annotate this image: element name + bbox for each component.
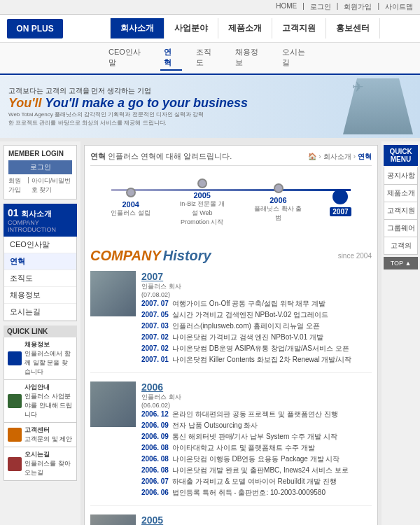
recruit-icon (8, 351, 22, 365)
quick-menu-support[interactable]: 고객지원 (384, 202, 418, 220)
list-item: 2006. 09통신 해외터넷 판매/기사 납부 System 수주 개발 시작 (141, 431, 372, 442)
sidebar-item-recruit[interactable]: 채용정보 (4, 287, 76, 304)
top-nav-sitemap[interactable]: 사이트맵 (385, 2, 413, 12)
hero-text: 고객보다는 고객의 고객을 먼저 생각하는 기업 You'll You'll m… (8, 86, 248, 126)
timeline-dot-2005 (197, 178, 207, 188)
item-date: 2006. 08 (141, 442, 169, 454)
register-link[interactable]: 회원가입 (8, 176, 25, 195)
item-date: 2006. 09 (141, 431, 169, 442)
directions-text: 오시는길 인플러스를 찾아오는길 (24, 450, 73, 477)
item-date: 2006. 06 (141, 487, 169, 498)
quick-menu-notice[interactable]: 공지사항 (384, 167, 418, 185)
item-text: 실시간 가격비교 검색엔진 NPBot-V.02 업그레이드 (172, 309, 328, 321)
directions-icon (8, 457, 22, 471)
hero-sub-text: Web Total Agency 플래닛스의 감각적인 기획력과 전문적인 디자… (8, 111, 204, 126)
quick-link-recruit[interactable]: 채용정보 인플러스에서 함께 일할 분을 찾습니다 (4, 337, 77, 380)
list-item: 2006. 08나이온닷컴 이행동 DB연동 요용동 Package 개발 시작 (141, 454, 372, 465)
entry-year-2005[interactable]: 2005 (141, 514, 372, 525)
top-nav: HOME | 로그인 | 회원가입 | 사이트맵 (0, 0, 420, 15)
history-entries: 2007인플러스 회사(07.08.02)2007. 07여행가이드 On-Of… (90, 271, 372, 525)
item-text: 통신 해외터넷 판매/기사 납부 System 수주 개발 시작 (172, 431, 337, 442)
item-date: 2007. 05 (141, 309, 169, 321)
history-entry-2005: 2005인플러스 회사(05.06.02)2005. 11화대폰 가격비교 포탈… (90, 514, 372, 525)
page-header-desc: 연혁 인플러스 연혁에 대해 알려드립니다. (90, 151, 232, 162)
right-quick-menu: QUICK MENU 공지사항 제품소개 고객지원 그룹웨어 고객의 TOP ▲ (382, 141, 420, 525)
quick-link-title: QUICK LINK (4, 326, 77, 337)
item-date: 2007. 02 (141, 343, 169, 354)
breadcrumb: 🏠 › 회사소개 › 연혁 (308, 152, 372, 162)
sidebar-item-ceo[interactable]: CEO인사말 (4, 237, 76, 253)
item-date: 2006. 08 (141, 454, 169, 465)
quick-menu-customer[interactable]: 고객의 (384, 237, 418, 255)
timeline-2005: 2005 In-Biz 전문몰 개설 Web Promotion 시작 (178, 178, 227, 227)
quick-link-directions[interactable]: 오시는길 인플러스를 찾아오는길 (4, 447, 77, 481)
history-entry-2006: 2006인플러스 회사(06.06.02)2006. 12온라인 하대편의판 공… (90, 382, 372, 506)
quick-link-support[interactable]: 고객센터 고객문의 및 제안 (4, 423, 77, 447)
history-title: COMPANY History since 2004 (90, 248, 372, 264)
business-icon (8, 394, 22, 408)
item-date: 2007. 01 (141, 354, 169, 365)
site-logo[interactable]: ON PLUS (7, 19, 63, 38)
item-date: 2007. 07 (141, 298, 169, 309)
item-date: 2006. 09 (141, 420, 169, 431)
sidebar-item-history[interactable]: 연혁 (4, 253, 76, 270)
nav-support[interactable]: 고객지원 (272, 18, 326, 38)
sidebar-item-org[interactable]: 조직도 (4, 270, 76, 287)
top-nav-home[interactable]: HOME (276, 2, 297, 12)
quick-menu-top[interactable]: TOP ▲ (384, 257, 418, 270)
item-text: 하대출 가격비교 & 모델 여바이어 Rebuildit 개발 진행 (172, 476, 337, 487)
top-nav-sep2: | (337, 2, 339, 12)
item-text: 전자 납품 Outsourcing 화사 (172, 420, 258, 431)
item-text: 나이온닷컴 DB운영 ASIPA유통 창업/개발/AS서비스 오픈 (172, 343, 349, 354)
nav-business[interactable]: 사업분야 (164, 18, 218, 38)
subnav-directions[interactable]: 오시는길 (279, 46, 315, 71)
item-text: 나이온닷컴 Killer Contents 화보집 2차 Renewal 개발/… (172, 354, 351, 365)
since-text: since 2004 (338, 252, 372, 260)
entry-label-2006: 인플러스 회사(06.06.02) (141, 393, 372, 409)
sidebar-item-directions[interactable]: 오시는길 (4, 304, 76, 321)
subnav-org[interactable]: 조직도 (192, 46, 221, 71)
find-account-link[interactable]: 아이디/비밀번호 찾기 (31, 176, 72, 195)
quick-link-business[interactable]: 사업안내 인플러스 사업분야를 안내해 드립니다 (4, 380, 77, 423)
list-item: 2006. 08나이온닷컴 개발 완료 및 출판MBC, Inews24 서비스… (141, 465, 372, 476)
timeline-dot-2004 (126, 188, 136, 197)
entry-year-2006[interactable]: 2006 (141, 382, 372, 393)
timeline-dot-2007 (332, 189, 348, 204)
entry-image-2007 (90, 271, 136, 316)
hero-section: 고객보다는 고객의 고객을 먼저 생각하는 기업 You'll You'll m… (0, 75, 420, 138)
entry-year-2007[interactable]: 2007 (141, 271, 372, 282)
entry-info-2007: 2007인플러스 회사(07.08.02)2007. 07여행가이드 On-Of… (141, 271, 372, 365)
breadcrumb-parent[interactable]: 회사소개 (323, 152, 351, 162)
login-button[interactable]: 로그인 (8, 160, 72, 174)
list-item: 2007. 03인플러스(inplusweb.com) 홈페이지 리뉴얼 오픈 (141, 321, 372, 332)
entry-items-2006: 2006. 12온라인 하대편의판 공동 프로젝트 및 플랫폼연산 진행2006… (141, 409, 372, 498)
history-title-text: COMPANY History (90, 248, 211, 264)
entry-image-2005 (90, 514, 136, 525)
subnav-ceo[interactable]: CEO인사말 (105, 46, 150, 71)
nav-pr[interactable]: 홍보센터 (326, 18, 380, 38)
member-login-title: MEMBER LOGIN (8, 150, 72, 158)
sub-navigation: CEO인사말 연혁 조직도 채용정보 오시는길 (0, 43, 420, 75)
timeline-logo-2007: 2007 (330, 207, 351, 216)
list-item: 2006. 12온라인 하대편의판 공동 프로젝트 및 플랫폼연산 진행 (141, 409, 372, 420)
top-nav-register[interactable]: 회원가입 (344, 2, 372, 12)
main-navigation: 회사소개 사업분야 제품소개 고객지원 홍보센터 (77, 18, 413, 38)
member-login-box: MEMBER LOGIN 로그인 회원가입 | 아이디/비밀번호 찾기 (4, 145, 77, 200)
main-content: 연혁 인플러스 연혁에 대해 알려드립니다. 🏠 › 회사소개 › 연혁 200… (84, 145, 378, 525)
subnav-history[interactable]: 연혁 (160, 46, 182, 71)
item-text: 온라인 하대편의판 공동 프로젝트 및 플랫폼연산 진행 (172, 409, 338, 420)
quick-menu-groupware[interactable]: 그룹웨어 (384, 220, 418, 237)
nav-products[interactable]: 제품소개 (218, 18, 272, 38)
section-number: 01 (8, 207, 19, 218)
top-nav-login[interactable]: 로그인 (310, 2, 331, 12)
section-title-box: 01 회사소개 COMPANY INTRODUCTION (4, 204, 77, 237)
subnav-recruit[interactable]: 채용정보 (232, 46, 268, 71)
sep: | (27, 176, 29, 195)
nav-about[interactable]: 회사소개 (110, 18, 164, 38)
quick-menu-products[interactable]: 제품소개 (384, 185, 418, 202)
support-text: 고객센터 고객문의 및 제안 (24, 426, 72, 444)
hero-image: ✈ (280, 75, 420, 138)
list-item: 2007. 05실시간 가격비교 검색엔진 NPBot-V.02 업그레이드 (141, 309, 372, 321)
home-icon[interactable]: 🏠 (308, 153, 316, 160)
entry-items-2007: 2007. 07여행가이드 On-Off 공동 구축/설립 위탁 채무 계발20… (141, 298, 372, 365)
